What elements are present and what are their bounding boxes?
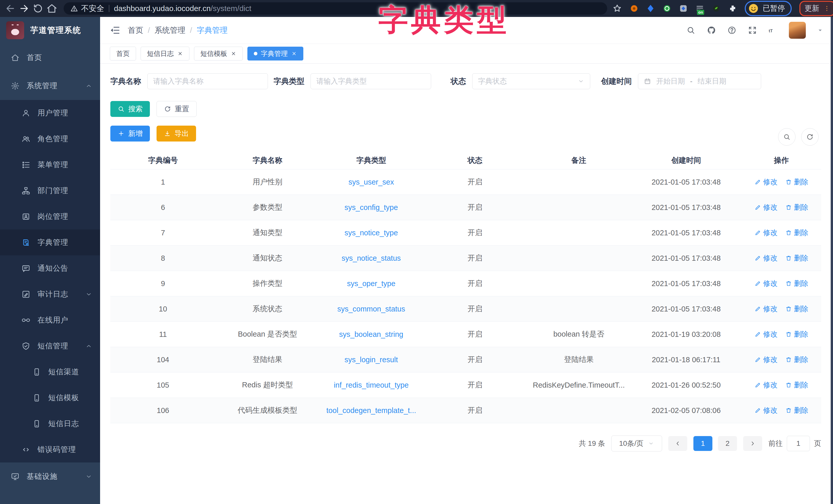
delete-link[interactable]: 删除 bbox=[785, 203, 808, 212]
sidebar-item-部门管理[interactable]: 部门管理 bbox=[0, 178, 100, 204]
tab-字典管理[interactable]: 字典管理 bbox=[247, 47, 303, 60]
dict-type-link[interactable]: tool_codegen_template_t... bbox=[327, 406, 416, 414]
sidebar-item-系统管理[interactable]: 系统管理 bbox=[0, 72, 100, 100]
home-icon bbox=[11, 53, 20, 62]
dict-type-link[interactable]: sys_notice_status bbox=[341, 254, 401, 262]
dict-name-input[interactable]: 请输入字典名称 bbox=[147, 73, 268, 89]
goto-page-input[interactable]: 1 bbox=[787, 436, 810, 451]
sidebar-item-短信模板[interactable]: 短信模板 bbox=[0, 385, 100, 411]
breadcrumb-home[interactable]: 首页 bbox=[128, 25, 143, 35]
dict-type-link[interactable]: sys_login_result bbox=[344, 356, 398, 364]
extension-gem-icon[interactable] bbox=[646, 4, 655, 13]
browser-back-icon[interactable] bbox=[5, 3, 16, 14]
user-avatar[interactable] bbox=[789, 22, 806, 39]
delete-link[interactable]: 删除 bbox=[785, 304, 808, 314]
sidebar-collapse-icon[interactable] bbox=[110, 25, 120, 35]
sidebar-item-审计日志[interactable]: 审计日志 bbox=[0, 281, 100, 307]
delete-link[interactable]: 删除 bbox=[785, 177, 808, 187]
edit-link[interactable]: 修改 bbox=[755, 406, 778, 415]
add-button[interactable]: 新增 bbox=[110, 126, 150, 142]
header-search-icon[interactable] bbox=[686, 26, 695, 35]
bookmark-star-icon[interactable] bbox=[612, 4, 622, 13]
status-select[interactable]: 字典状态 bbox=[472, 73, 590, 89]
sidebar-item-角色管理[interactable]: 角色管理 bbox=[0, 126, 100, 152]
search-button[interactable]: 搜索 bbox=[110, 101, 150, 117]
edit-link[interactable]: 修改 bbox=[755, 228, 778, 238]
edit-link[interactable]: 修改 bbox=[755, 380, 778, 390]
browser-profile-chip[interactable]: 已暂停 bbox=[745, 1, 792, 16]
sidebar-item-岗位管理[interactable]: 岗位管理 bbox=[0, 204, 100, 229]
edit-link[interactable]: 修改 bbox=[755, 253, 778, 263]
delete-link[interactable]: 删除 bbox=[785, 355, 808, 364]
delete-link[interactable]: 删除 bbox=[785, 329, 808, 339]
refresh-table-button[interactable] bbox=[801, 128, 818, 146]
next-page-button[interactable] bbox=[743, 436, 762, 451]
date-range-input[interactable]: 开始日期 - 结束日期 bbox=[638, 73, 761, 89]
edit-link[interactable]: 修改 bbox=[755, 279, 778, 288]
sidebar-item-首页[interactable]: 首页 bbox=[0, 44, 100, 72]
extension-diamond-icon[interactable] bbox=[679, 4, 688, 13]
breadcrumb-system[interactable]: 系统管理 bbox=[154, 25, 185, 35]
dict-type-link[interactable]: sys_config_type bbox=[344, 203, 398, 211]
browser-home-icon[interactable] bbox=[46, 3, 57, 14]
edit-link[interactable]: 修改 bbox=[755, 329, 778, 339]
extension-list-icon[interactable]: on bbox=[695, 4, 704, 13]
page-button-1[interactable]: 1 bbox=[693, 436, 712, 451]
dict-type-link[interactable]: sys_notice_type bbox=[344, 229, 398, 237]
sidebar-item-字典管理[interactable]: 字典管理 bbox=[0, 229, 100, 255]
sidebar-item-菜单管理[interactable]: 菜单管理 bbox=[0, 152, 100, 178]
sidebar-item-短信管理[interactable]: 短信管理 bbox=[0, 333, 100, 359]
edit-label: 修改 bbox=[763, 177, 778, 187]
dict-type-input[interactable]: 请输入字典类型 bbox=[310, 73, 431, 89]
sidebar-item-基础设施[interactable]: 基础设施 bbox=[0, 462, 100, 491]
delete-link[interactable]: 删除 bbox=[785, 279, 808, 288]
delete-link[interactable]: 删除 bbox=[785, 406, 808, 415]
sidebar-logo[interactable]: 芋道管理系统 bbox=[0, 17, 100, 44]
dict-type-link[interactable]: sys_common_status bbox=[337, 305, 405, 313]
address-bar[interactable]: 不安全 dashboard.yudao.iocoder.cn/system/di… bbox=[64, 2, 607, 15]
edit-link[interactable]: 修改 bbox=[755, 355, 778, 364]
page-size-select[interactable]: 10条/页 bbox=[611, 435, 662, 451]
tab-首页[interactable]: 首页 bbox=[110, 47, 136, 60]
browser-forward-icon[interactable] bbox=[19, 3, 30, 14]
prev-page-button[interactable] bbox=[668, 436, 687, 451]
show-search-button[interactable] bbox=[778, 128, 795, 146]
delete-link[interactable]: 删除 bbox=[785, 380, 808, 390]
extension-orange-icon[interactable] bbox=[630, 4, 639, 13]
edit-link[interactable]: 修改 bbox=[755, 304, 778, 314]
cell-name: Boolean 是否类型 bbox=[216, 322, 319, 347]
sidebar-item-短信日志[interactable]: 短信日志 bbox=[0, 411, 100, 436]
dict-type-link[interactable]: sys_boolean_string bbox=[339, 330, 403, 338]
profile-emoji-icon bbox=[748, 3, 759, 14]
extension-green-icon[interactable] bbox=[663, 4, 671, 13]
sidebar-item-错误码管理[interactable]: 错误码管理 bbox=[0, 436, 100, 462]
extension-leaf-icon[interactable] bbox=[712, 4, 721, 13]
page-button-2[interactable]: 2 bbox=[718, 436, 737, 451]
extension-puzzle-icon[interactable] bbox=[728, 4, 737, 13]
sidebar-item-短信渠道[interactable]: 短信渠道 bbox=[0, 359, 100, 385]
dict-type-link[interactable]: inf_redis_timeout_type bbox=[334, 381, 409, 389]
browser-update-button[interactable]: 更新 bbox=[800, 1, 833, 16]
help-icon[interactable] bbox=[727, 26, 737, 35]
close-icon bbox=[291, 51, 297, 56]
reset-button[interactable]: 重置 bbox=[157, 101, 196, 117]
browser-reload-icon[interactable] bbox=[32, 3, 44, 14]
sidebar-item-在线用户[interactable]: 在线用户 bbox=[0, 307, 100, 333]
dict-type-link[interactable]: sys_user_sex bbox=[349, 178, 394, 186]
sidebar-item-label: 短信渠道 bbox=[48, 367, 79, 377]
export-button[interactable]: 导出 bbox=[157, 126, 196, 142]
github-icon[interactable] bbox=[707, 26, 716, 35]
delete-link[interactable]: 删除 bbox=[785, 228, 808, 238]
avatar-caret-icon[interactable] bbox=[817, 27, 823, 33]
delete-link[interactable]: 删除 bbox=[785, 253, 808, 263]
edit-link[interactable]: 修改 bbox=[755, 203, 778, 212]
edit-link[interactable]: 修改 bbox=[755, 177, 778, 187]
sidebar-item-用户管理[interactable]: 用户管理 bbox=[0, 100, 100, 126]
fullscreen-icon[interactable] bbox=[748, 26, 757, 35]
dict-type-link[interactable]: sys_oper_type bbox=[347, 279, 396, 287]
tab-短信模板[interactable]: 短信模板 bbox=[194, 47, 243, 60]
font-size-icon[interactable]: tT bbox=[768, 26, 778, 35]
tab-短信日志[interactable]: 短信日志 bbox=[141, 47, 189, 60]
sidebar-item-通知公告[interactable]: 通知公告 bbox=[0, 255, 100, 281]
kebab-menu-icon[interactable] bbox=[824, 4, 830, 13]
